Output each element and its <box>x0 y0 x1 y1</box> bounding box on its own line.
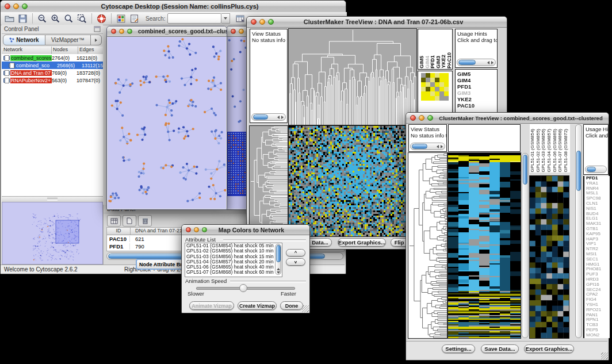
tv2-column-label[interactable]: GPL51-07 (GSM868) <box>557 129 563 173</box>
tv2-export-graphics-button[interactable]: Export Graphics... <box>524 344 574 353</box>
close-icon[interactable] <box>251 19 257 25</box>
network-view-canvas[interactable] <box>108 37 226 209</box>
col-network[interactable]: Network <box>2 47 52 54</box>
open-file-icon[interactable] <box>4 13 15 24</box>
zoom-window-icon[interactable] <box>268 19 274 25</box>
frame1-title-bar[interactable]: combined_scores_good.txt--cluste... <box>107 26 227 37</box>
scrollbar-thumb[interactable] <box>523 155 527 185</box>
float-panel-icon[interactable] <box>94 26 101 32</box>
scroll-down-icon[interactable] <box>277 271 280 274</box>
zoom-window-icon[interactable] <box>427 115 433 121</box>
tv2-column-label[interactable]: GPL51-02 (GSM855) <box>536 129 541 173</box>
scroll-up-icon[interactable] <box>277 268 280 270</box>
close-icon[interactable] <box>186 227 191 232</box>
network-list-item[interactable]: combined_sco 2569(6) 13112(15) <box>2 62 103 69</box>
close-icon[interactable] <box>410 115 416 121</box>
tv2-save-data-button[interactable]: Save Data... <box>481 344 519 353</box>
create-vizmap-button[interactable]: Create Vizmap <box>238 301 277 310</box>
network-list-item[interactable]: RNAPuberNov2+ 563(0) 107847(0) <box>2 76 103 84</box>
minimize-icon[interactable] <box>259 19 265 25</box>
tv1-yellow-matrix[interactable] <box>421 73 449 101</box>
scrollbar-thumb[interactable] <box>253 114 268 120</box>
tv1-column-label[interactable]: GIM4 <box>424 56 430 68</box>
tv2-status-hscrollbar[interactable] <box>410 143 445 150</box>
tv1-column-label[interactable]: GIM3 <box>435 56 441 68</box>
tv1-hints-hscrollbar[interactable] <box>457 59 496 66</box>
tv1-gene-row[interactable]: GIM5 <box>456 71 497 77</box>
tv2-column-label[interactable]: GPL51-04 (GSM857) <box>546 129 552 173</box>
search-dropdown-button[interactable] <box>221 13 230 24</box>
zoom-selected-icon[interactable] <box>76 13 87 24</box>
import-table-icon[interactable] <box>235 13 246 24</box>
tv2-column-label[interactable]: GPL51-01 (GSM854) <box>530 129 536 173</box>
done-button[interactable]: Done <box>280 301 303 310</box>
tv1-column-label[interactable]: PFD1 <box>430 55 435 68</box>
help-lifering-icon[interactable] <box>96 13 107 24</box>
tv1-gene-row[interactable]: PAC10 <box>456 102 497 109</box>
move-down-button[interactable]: v <box>286 258 305 266</box>
close-icon[interactable] <box>111 29 116 34</box>
dialog-title-bar[interactable]: Map Colors to Network <box>182 225 309 235</box>
tv1-heatmap[interactable] <box>289 126 416 236</box>
zoom-window-icon[interactable] <box>202 227 207 232</box>
resize-grip[interactable] <box>302 305 309 312</box>
tv2-column-label[interactable]: GPL51-03 (GSM856) <box>541 129 546 173</box>
new-attribute-button[interactable] <box>123 215 136 227</box>
scrollbar-thumb[interactable] <box>412 144 427 149</box>
attribute-list-vscrollbar[interactable] <box>275 244 281 275</box>
animate-vizmap-button[interactable]: Animate Vizmap <box>189 301 234 310</box>
tv2-gene-row[interactable]: MON2 <box>584 333 610 338</box>
tv1-gene-row[interactable]: GIM3 <box>456 90 497 96</box>
delete-attribute-button[interactable] <box>138 215 152 227</box>
tv2-column-label[interactable]: GPL51-06 (GSM865) <box>552 129 558 173</box>
scroll-right-icon[interactable] <box>281 116 284 119</box>
zoom-out-icon[interactable] <box>37 13 48 24</box>
network-overview-panel[interactable] <box>2 202 103 265</box>
zoom-in-icon[interactable] <box>50 13 61 24</box>
scroll-right-icon[interactable] <box>441 145 443 148</box>
tv2-heatmap-vscrollbar[interactable] <box>522 153 529 338</box>
zoom-fit-icon[interactable] <box>63 13 74 24</box>
attribute-list[interactable]: GPL51-01 (GSM854) heat shock 05 minGPL51… <box>185 243 282 277</box>
zoom-window-icon[interactable] <box>22 3 28 9</box>
zoom-window-icon[interactable] <box>127 29 132 34</box>
tv2-settings-button[interactable]: Settings... <box>442 344 475 353</box>
tv2-column-label[interactable]: GPL51-08 (GSM872) <box>563 129 569 173</box>
scrollbar-thumb[interactable] <box>576 151 581 191</box>
tv1-row-dendrogram[interactable] <box>250 126 288 236</box>
tv1-export-graphics-button[interactable]: Export Graphics... <box>338 238 386 247</box>
tv2-zoom-heatmap[interactable] <box>530 176 569 338</box>
scrollbar-thumb[interactable] <box>276 245 281 262</box>
attr-col-id[interactable]: ID <box>107 228 131 235</box>
tv1-gene-row[interactable]: PFD1 <box>456 83 497 90</box>
scrollbar-thumb[interactable] <box>458 60 476 65</box>
save-session-icon[interactable] <box>17 13 28 24</box>
tv1-gene-row[interactable]: GIM4 <box>456 77 497 83</box>
tv2-heatmap[interactable] <box>448 153 521 338</box>
scroll-left-icon[interactable] <box>437 145 439 148</box>
vizmapper-icon[interactable] <box>116 13 127 24</box>
tv2-hints-hscrollbar[interactable] <box>585 166 607 173</box>
main-title-bar[interactable]: Cytoscape Desktop (Session Name: collins… <box>1 1 346 13</box>
treeview1-title-bar[interactable]: ClusterMaker TreeView : DNA and Tran 07-… <box>247 17 507 28</box>
scroll-right-icon[interactable] <box>491 61 494 64</box>
close-icon[interactable] <box>231 29 236 34</box>
search-input[interactable] <box>167 13 221 24</box>
minimize-icon[interactable] <box>13 3 19 9</box>
tv1-status-hscrollbar[interactable] <box>251 113 286 121</box>
tv1-column-label[interactable]: PAC10 <box>446 52 452 68</box>
tv1-column-label[interactable]: GIM5 <box>419 56 424 68</box>
network-overview-canvas[interactable] <box>3 203 102 263</box>
attribute-list-item[interactable]: GPL51-07 (GSM868) heat shock 60 min <box>185 270 282 275</box>
tab-network[interactable]: Network <box>3 35 45 45</box>
tv1-gene-row[interactable]: YKE2 <box>456 96 497 102</box>
minimize-icon[interactable] <box>419 115 424 121</box>
minimize-icon[interactable] <box>194 227 199 232</box>
annotation-icon[interactable] <box>129 13 140 24</box>
minimize-icon[interactable] <box>119 29 124 34</box>
treeview2-title-bar[interactable]: ClusterMaker TreeView : combined_scores_… <box>406 113 609 124</box>
slider-thumb[interactable] <box>239 284 247 292</box>
close-icon[interactable] <box>5 3 10 9</box>
scrollbar-thumb[interactable] <box>587 167 596 172</box>
tab-vizmapper[interactable]: VizMapper™ <box>45 35 91 45</box>
